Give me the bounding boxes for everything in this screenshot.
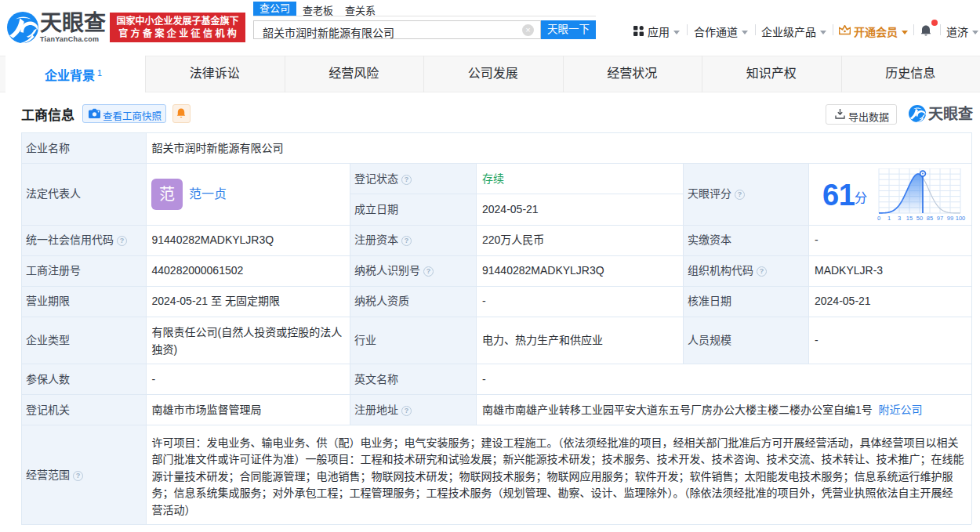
- svg-text:100: 100: [956, 215, 966, 222]
- svg-text:50: 50: [916, 215, 923, 222]
- svg-text:85: 85: [927, 215, 933, 222]
- svg-text:1: 1: [887, 215, 891, 222]
- svg-text:3: 3: [898, 215, 901, 222]
- svg-text:15: 15: [906, 215, 913, 222]
- svg-text:99: 99: [947, 215, 953, 222]
- svg-text:97: 97: [937, 215, 943, 222]
- svg-text:0: 0: [877, 215, 880, 222]
